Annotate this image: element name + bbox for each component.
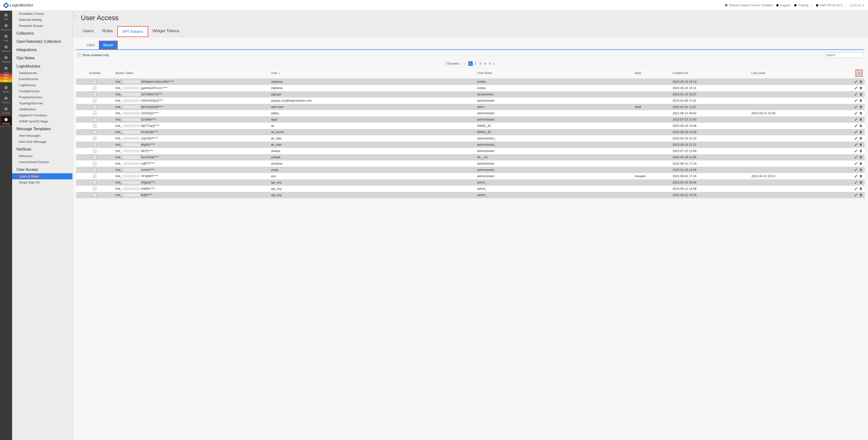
user-name-redacted [849, 4, 862, 7]
support-link[interactable]: Support [776, 4, 790, 7]
globe-icon [815, 4, 819, 7]
brand-logo[interactable]: LogicMonitor [4, 3, 33, 8]
brand-name: LogicMonitor [10, 3, 33, 8]
top-bar: LogicMonitor Remote Support Access: Enab… [0, 0, 868, 11]
info-icon [724, 3, 728, 7]
training-link[interactable]: Training [794, 4, 808, 7]
divider [812, 3, 812, 7]
graduation-cap-icon [794, 4, 797, 7]
logo-mark-icon [3, 2, 9, 8]
user-menu[interactable]: ▾ [849, 4, 864, 7]
remote-support-status[interactable]: Remote Support Access: Enabled [724, 3, 772, 7]
top-right-tools: Remote Support Access: Enabled Support T… [724, 3, 864, 7]
lifebuoy-icon [776, 4, 779, 7]
timezone-selector[interactable]: GMT+05:30 (IST) [815, 4, 843, 7]
